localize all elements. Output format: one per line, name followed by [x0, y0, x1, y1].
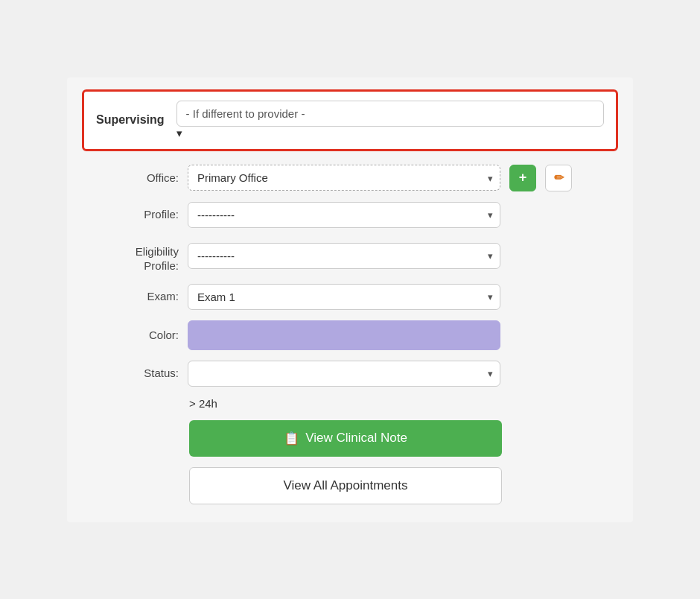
eligibility-profile-row: Eligibility Profile: ---------- ▾ [89, 238, 618, 273]
gt24h-text: > 24h [89, 397, 618, 410]
view-all-appointments-row: View All Appointments [89, 467, 618, 504]
office-label: Office: [89, 171, 179, 186]
view-all-appointments-button[interactable]: View All Appointments [189, 467, 502, 504]
exam-label: Exam: [89, 289, 179, 304]
office-select[interactable]: Primary Office [188, 165, 500, 191]
profile-select-wrapper: ---------- ▾ [188, 202, 500, 228]
status-select[interactable] [188, 361, 500, 387]
view-clinical-note-row: 📋 View Clinical Note [89, 420, 618, 457]
supervising-select-wrapper: - If different to provider - ▾ [176, 101, 604, 140]
main-panel: Supervising - If different to provider -… [67, 77, 633, 522]
supervising-label: Supervising [96, 113, 165, 127]
supervising-chevron-icon: ▾ [176, 127, 182, 139]
exam-select-wrapper: Exam 1 ▾ [188, 284, 500, 310]
eligibility-profile-label: Eligibility Profile: [89, 238, 179, 273]
supervising-select[interactable]: - If different to provider - [176, 101, 604, 127]
status-row: Status: ▾ [89, 361, 618, 387]
eligibility-profile-select-wrapper: ---------- ▾ [188, 243, 500, 269]
office-row: Office: Primary Office ▾ + ✏ [89, 165, 618, 191]
view-clinical-note-label: View Clinical Note [305, 431, 407, 446]
color-label: Color: [89, 328, 179, 343]
profile-row: Profile: ---------- ▾ [89, 202, 618, 228]
exam-row: Exam: Exam 1 ▾ [89, 284, 618, 310]
color-picker[interactable] [188, 320, 500, 350]
profile-label: Profile: [89, 207, 179, 222]
exam-select[interactable]: Exam 1 [188, 284, 500, 310]
eligibility-profile-select[interactable]: ---------- [188, 243, 500, 269]
view-clinical-note-button[interactable]: 📋 View Clinical Note [189, 420, 502, 457]
status-label: Status: [89, 366, 179, 381]
supervising-row: Supervising - If different to provider -… [82, 89, 618, 151]
form-grid: Office: Primary Office ▾ + ✏ Profile: --… [82, 165, 618, 504]
profile-select[interactable]: ---------- [188, 202, 500, 228]
view-all-appointments-label: View All Appointments [284, 478, 408, 493]
add-office-button[interactable]: + [509, 165, 536, 191]
office-select-wrapper: Primary Office ▾ [188, 165, 500, 191]
status-select-wrapper: ▾ [188, 361, 500, 387]
color-row: Color: [89, 320, 618, 350]
edit-office-button[interactable]: ✏ [545, 165, 572, 191]
clinical-note-icon: 📋 [284, 431, 299, 446]
